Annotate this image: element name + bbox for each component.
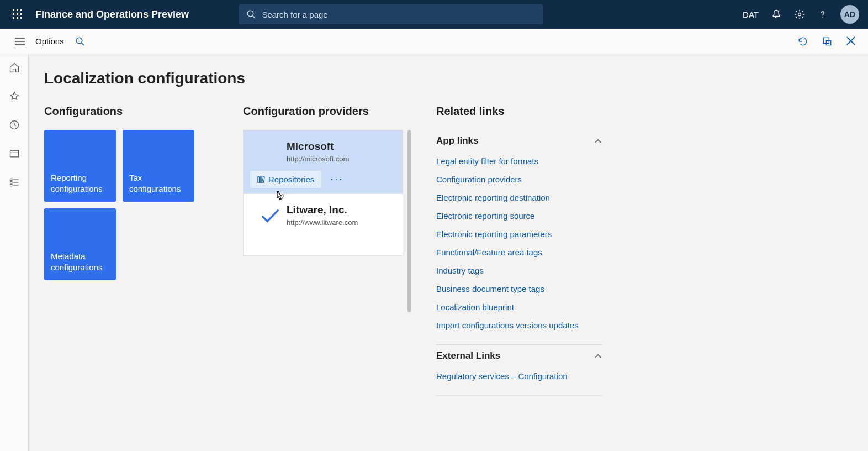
provider-name: Litware, Inc. xyxy=(287,204,393,216)
svg-point-9 xyxy=(248,11,254,17)
svg-rect-25 xyxy=(10,181,12,183)
waffle-icon[interactable] xyxy=(6,9,30,19)
workspace-icon[interactable] xyxy=(8,147,21,160)
star-icon[interactable] xyxy=(8,90,21,103)
provider-card-microsoft[interactable]: Microsoft http://microsoft.com Repositor… xyxy=(243,130,403,194)
link-er-destination[interactable]: Electronic reporting destination xyxy=(436,188,602,207)
svg-rect-1 xyxy=(17,9,18,11)
modules-icon[interactable] xyxy=(8,176,21,189)
svg-point-15 xyxy=(76,38,82,44)
tile-reporting-configurations[interactable]: Reporting configurations xyxy=(44,130,116,202)
related-links-heading: Related links xyxy=(436,105,602,118)
link-industry-tags[interactable]: Industry tags xyxy=(436,261,602,280)
provider-card-litware[interactable]: Litware, Inc. http://www.litware.com xyxy=(243,194,403,256)
search-placeholder: Search for a page xyxy=(262,10,327,19)
tile-metadata-configurations[interactable]: Metadata configurations xyxy=(44,208,116,280)
left-navigation-rail xyxy=(0,54,29,451)
provider-scrollbar[interactable] xyxy=(407,130,411,312)
svg-rect-7 xyxy=(17,17,18,19)
options-menu[interactable]: Options xyxy=(35,36,64,46)
link-er-parameters[interactable]: Electronic reporting parameters xyxy=(436,225,602,243)
page-search-icon[interactable] xyxy=(75,36,85,46)
recent-icon[interactable] xyxy=(8,118,21,132)
main-content: Localization configurations Configuratio… xyxy=(29,54,868,451)
link-business-doc-tags[interactable]: Business document type tags xyxy=(436,280,602,298)
link-configuration-providers[interactable]: Configuration providers xyxy=(436,170,602,188)
app-title: Finance and Operations Preview xyxy=(35,9,189,20)
svg-rect-23 xyxy=(10,179,12,180)
link-localization-blueprint[interactable]: Localization blueprint xyxy=(436,298,602,316)
provider-url: http://www.litware.com xyxy=(287,218,393,227)
configurations-heading: Configurations xyxy=(44,105,210,118)
chevron-up-icon xyxy=(594,353,602,359)
external-links-group-header[interactable]: External Links xyxy=(436,345,602,367)
providers-heading: Configuration providers xyxy=(243,105,403,118)
link-import-configs-updates[interactable]: Import configurations versions updates xyxy=(436,316,602,334)
provider-url: http://microsoft.com xyxy=(287,155,393,163)
repositories-label: Repositories xyxy=(268,175,314,184)
configurations-section: Configurations Reporting configurations … xyxy=(44,105,210,396)
global-search[interactable]: Search for a page xyxy=(239,4,543,24)
more-actions-icon[interactable]: ··· xyxy=(327,174,347,185)
svg-line-16 xyxy=(81,43,84,45)
link-er-source[interactable]: Electronic reporting source xyxy=(436,207,602,225)
svg-rect-8 xyxy=(20,17,22,19)
svg-rect-2 xyxy=(20,9,22,11)
top-navigation-bar: Finance and Operations Preview Search fo… xyxy=(0,0,868,29)
svg-rect-31 xyxy=(262,176,265,182)
link-legal-entity-filter[interactable]: Legal entity filter for formats xyxy=(436,152,602,170)
user-avatar[interactable]: AD xyxy=(840,5,859,24)
configuration-providers-section: Configuration providers Microsoft http:/… xyxy=(243,105,403,396)
repositories-button[interactable]: Repositories xyxy=(250,171,321,188)
svg-rect-21 xyxy=(10,150,18,157)
external-links-heading: External Links xyxy=(436,350,500,361)
related-links-section: Related links App links Legal entity fil… xyxy=(436,105,602,396)
help-icon[interactable] xyxy=(817,9,828,20)
app-links-list: Legal entity filter for formats Configur… xyxy=(436,152,602,334)
svg-rect-5 xyxy=(20,13,22,15)
svg-rect-29 xyxy=(258,176,260,182)
link-feature-tags[interactable]: Functional/Feature area tags xyxy=(436,243,602,261)
refresh-icon[interactable] xyxy=(797,36,808,47)
svg-point-11 xyxy=(798,13,801,16)
svg-rect-3 xyxy=(13,13,14,15)
app-links-group-header[interactable]: App links xyxy=(436,130,602,152)
svg-rect-6 xyxy=(13,17,14,19)
chevron-up-icon xyxy=(594,138,602,144)
link-regulatory-services[interactable]: Regulatory services – Configuration xyxy=(436,367,602,385)
external-links-list: Regulatory services – Configuration xyxy=(436,367,602,385)
close-icon[interactable] xyxy=(846,36,856,47)
divider xyxy=(436,395,602,396)
page-title: Localization configurations xyxy=(44,70,853,87)
gear-icon[interactable] xyxy=(794,9,805,20)
popout-icon[interactable] xyxy=(822,36,833,47)
checkmark-icon xyxy=(260,207,280,224)
provider-name: Microsoft xyxy=(287,140,393,153)
bell-icon[interactable] xyxy=(771,9,782,20)
app-links-heading: App links xyxy=(436,135,479,146)
tile-tax-configurations[interactable]: Tax configurations xyxy=(123,130,194,202)
action-bar: Options xyxy=(0,29,868,54)
svg-rect-30 xyxy=(260,176,262,182)
search-icon xyxy=(246,9,256,19)
home-icon[interactable] xyxy=(8,61,21,74)
svg-line-10 xyxy=(253,15,256,18)
svg-rect-4 xyxy=(17,13,18,15)
hamburger-icon[interactable] xyxy=(9,38,31,45)
svg-rect-0 xyxy=(13,9,14,11)
company-selector[interactable]: DAT xyxy=(743,10,759,19)
svg-rect-27 xyxy=(10,184,12,186)
repository-icon xyxy=(257,176,265,183)
